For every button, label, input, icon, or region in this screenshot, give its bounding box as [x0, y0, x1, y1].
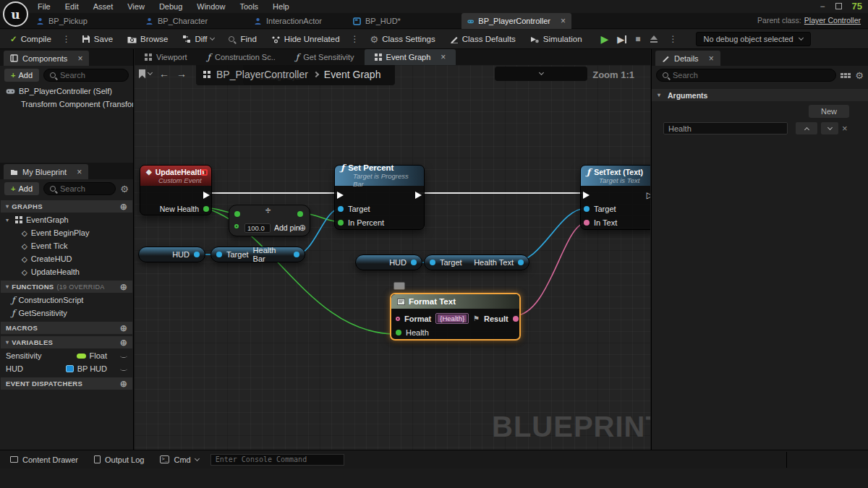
menu-help[interactable]: Help: [273, 2, 289, 11]
node-set-percent[interactable]: ƒSet Percent Target is Progress Bar Targ…: [334, 165, 425, 230]
row-constructionscript[interactable]: ƒConstructionScript: [0, 294, 133, 307]
healthbar-output-pin[interactable]: [294, 252, 299, 257]
exec-out-pin[interactable]: [203, 192, 210, 199]
remove-argument-button[interactable]: ×: [842, 123, 848, 134]
exec-out-pin[interactable]: [415, 192, 422, 199]
format-text-field[interactable]: {Health}: [435, 313, 469, 324]
eye-closed-icon[interactable]: [120, 367, 127, 371]
frame-skip-button[interactable]: ▶: [617, 35, 626, 43]
node-get-hud-1[interactable]: HUD: [138, 247, 205, 262]
my-blueprint-search-input[interactable]: [60, 184, 109, 193]
section-event-dispatchers[interactable]: EVENT DISPATCHERS ⊕: [1, 377, 132, 390]
newhealth-pin[interactable]: [203, 206, 209, 212]
component-row-transform[interactable]: Transform Component (Transfor: [0, 98, 133, 111]
exec-in-pin[interactable]: [583, 192, 590, 199]
details-search-input[interactable]: [673, 71, 830, 80]
details-search[interactable]: [656, 69, 836, 82]
intext-input-pin[interactable]: [584, 220, 590, 226]
menu-edit[interactable]: Edit: [65, 2, 79, 11]
node-format-text[interactable]: Format Text Format {Health} ⚑ Result Hea…: [390, 293, 521, 341]
divide-output-pin[interactable]: [297, 211, 303, 217]
graph-canvas[interactable]: ← → Owning Player BP_PlayerController Ev…: [135, 65, 650, 450]
close-icon[interactable]: ×: [77, 167, 82, 177]
inpercent-input-pin[interactable]: [338, 220, 344, 226]
section-variables[interactable]: ▾ VARIABLES ⊕: [1, 336, 132, 348]
node-get-hud-2[interactable]: HUD: [355, 254, 422, 270]
component-row-self[interactable]: BP_PlayerController (Self): [0, 85, 133, 98]
tab-viewport[interactable]: Viewport: [135, 49, 197, 65]
add-macro-icon[interactable]: ⊕: [120, 323, 127, 333]
tab-details[interactable]: Details ×: [655, 51, 720, 66]
tab-bp-playercontroller[interactable]: BP_PlayerController ×: [461, 13, 571, 29]
add-dispatcher-icon[interactable]: ⊕: [120, 379, 127, 389]
row-event-beginplay[interactable]: ◇Event BeginPlay: [0, 226, 133, 239]
close-icon[interactable]: ×: [709, 53, 714, 64]
components-search[interactable]: [43, 69, 129, 82]
minimize-button[interactable]: −: [820, 1, 825, 12]
hide-unrelated-button[interactable]: Hide Unrelated: [265, 33, 346, 46]
close-icon[interactable]: ×: [441, 52, 446, 62]
target-input-pin[interactable]: [584, 206, 590, 212]
components-search-input[interactable]: [60, 71, 122, 80]
add-variable-icon[interactable]: ⊕: [120, 338, 127, 348]
target-input-pin[interactable]: [338, 206, 344, 212]
exec-in-pin[interactable]: [337, 192, 344, 199]
debug-object-dropdown[interactable]: No debug object selected: [696, 32, 811, 46]
forward-arrow-icon[interactable]: →: [176, 68, 187, 80]
result-output-pin[interactable]: [513, 316, 519, 322]
flag-icon[interactable]: ⚑: [473, 314, 480, 322]
row-createhud[interactable]: ◇CreateHUD: [0, 252, 133, 265]
parent-class-link[interactable]: Player Controller: [804, 16, 861, 25]
play-button[interactable]: ▶: [601, 33, 609, 45]
move-down-button[interactable]: [821, 122, 838, 134]
node-settext[interactable]: ƒSetText (Text) Target is Text ▷ Target …: [580, 165, 650, 230]
node-get-healthbar[interactable]: Target Health Bar: [210, 247, 305, 262]
hud-output-pin[interactable]: [411, 260, 417, 265]
tab-bp-character[interactable]: BP_Character: [140, 13, 213, 29]
menu-window[interactable]: Window: [197, 2, 225, 11]
display-filter-icon[interactable]: [841, 73, 851, 78]
simulation-button[interactable]: Simulation: [524, 33, 588, 46]
eject-button[interactable]: [650, 35, 658, 43]
restore-button[interactable]: [835, 3, 842, 9]
divide-input-b-pin[interactable]: [234, 224, 239, 228]
play-options-icon[interactable]: ⋮: [667, 34, 680, 44]
compile-options-icon[interactable]: ⋮: [60, 34, 73, 44]
diff-button[interactable]: Diff: [176, 33, 220, 46]
compile-button[interactable]: ✓ Compile: [4, 32, 57, 46]
argument-name-input[interactable]: [663, 122, 788, 134]
new-argument-button[interactable]: New: [809, 105, 849, 118]
tab-bp-hud[interactable]: BP_HUD*: [347, 13, 407, 29]
section-graphs[interactable]: ▾ GRAPHS ⊕: [1, 200, 132, 213]
class-defaults-button[interactable]: Class Defaults: [444, 33, 522, 46]
add-function-icon[interactable]: ⊕: [120, 282, 127, 292]
row-updatehealth[interactable]: ◇UpdateHealth: [0, 265, 133, 278]
add-graph-icon[interactable]: ⊕: [120, 202, 127, 212]
target-input-pin[interactable]: [430, 260, 435, 265]
menu-tools[interactable]: Tools: [239, 2, 258, 11]
cmd-dropdown[interactable]: >_ Cmd: [156, 455, 203, 464]
row-getsensitivity[interactable]: ƒGetSensitivity: [0, 307, 133, 320]
content-drawer-button[interactable]: Content Drawer: [6, 455, 82, 464]
hide-unrelated-options-icon[interactable]: ⋮: [349, 34, 362, 44]
row-event-tick[interactable]: ◇Event Tick: [0, 239, 133, 252]
class-settings-button[interactable]: ⚙ Class Settings: [365, 32, 441, 47]
console-command-input[interactable]: [210, 454, 344, 466]
health-input-pin[interactable]: [396, 330, 401, 335]
add-pin-label[interactable]: Add pin: [274, 223, 300, 232]
tab-interactionactor[interactable]: InteractionActor: [248, 13, 328, 29]
menu-debug[interactable]: Debug: [159, 2, 182, 11]
healthtext-output-pin[interactable]: [518, 260, 524, 265]
output-log-button[interactable]: Output Log: [90, 455, 148, 464]
section-functions[interactable]: ▾ FUNCTIONS (19 OVERRIDA ⊕: [1, 281, 132, 293]
save-button[interactable]: Save: [76, 33, 119, 46]
close-icon[interactable]: ×: [561, 16, 566, 26]
menu-view[interactable]: View: [127, 2, 145, 11]
divide-input-a-pin[interactable]: [234, 211, 240, 217]
my-blueprint-add-button[interactable]: +Add: [4, 182, 39, 195]
hud-output-pin[interactable]: [194, 252, 200, 257]
gear-icon[interactable]: ⚙: [120, 184, 129, 194]
node-divide[interactable]: ÷ Add pin ⊕: [229, 205, 310, 236]
delegate-pin[interactable]: [201, 169, 208, 176]
arguments-section[interactable]: ▾ Arguments: [652, 89, 868, 101]
